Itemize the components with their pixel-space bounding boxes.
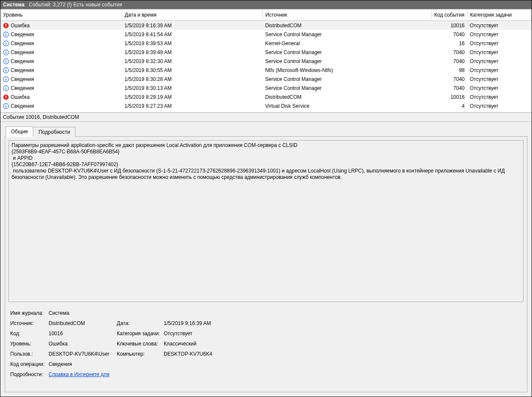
level-label: Сведения [11, 103, 34, 109]
table-row[interactable]: Сведения1/5/2019 8:30:55 AMNtfs (Microso… [0, 66, 532, 75]
cell-eventid: 10016 [431, 21, 467, 30]
cell-category: Отсутствует [467, 75, 532, 83]
level-label: Сведения [11, 58, 34, 64]
cell-datetime: 1/5/2019 8:30:28 AM [122, 75, 263, 83]
info-icon [3, 76, 9, 82]
cell-datetime: 1/5/2019 8:30:55 AM [122, 66, 263, 75]
svg-rect-29 [6, 105, 6, 107]
cell-category: Отсутствует [467, 66, 532, 75]
svg-rect-26 [6, 98, 6, 99]
cell-category: Отсутствует [467, 83, 532, 92]
cell-category: Отсутствует [467, 101, 532, 110]
cell-level: Сведения [0, 101, 122, 110]
table-row[interactable]: Сведения1/5/2019 8:30:13 AMService Contr… [0, 83, 532, 92]
col-header-category[interactable]: Категория задачи [467, 9, 532, 21]
cell-datetime: 1/5/2019 8:41:54 AM [122, 30, 263, 39]
cell-level: Сведения [0, 83, 122, 92]
cell-source: Service Control Manager [263, 30, 431, 39]
svg-rect-17 [6, 69, 6, 71]
lbl-logname: Имя журнала: [10, 310, 49, 316]
cell-level: Сведения [0, 30, 122, 39]
svg-rect-20 [6, 78, 6, 80]
tab-bar: Общие Подробности [0, 124, 532, 136]
help-link[interactable]: Справка в Интернете для [49, 371, 117, 377]
val-opcode: Сведения [49, 361, 117, 367]
tab-details[interactable]: Подробности [33, 127, 75, 137]
table-row[interactable]: Сведения1/5/2019 8:30:28 AMService Contr… [0, 75, 532, 83]
cell-datetime: 1/5/2019 8:29:19 AM [122, 92, 263, 101]
event-metadata: Имя журнала: Система Источник: Distribut… [5, 305, 527, 384]
val-computer: DESKTOP-KV7U6K4 [164, 351, 522, 357]
cell-level: Ошибка [0, 21, 122, 30]
cell-eventid: 7040 [431, 30, 467, 39]
lbl-source: Источник: [10, 320, 49, 326]
svg-rect-23 [6, 87, 6, 89]
col-header-datetime[interactable]: Дата и время [122, 9, 263, 21]
val-user: DESKTOP-KV7U6K4\User [49, 351, 117, 357]
table-row[interactable]: Ошибка1/5/2019 9:16:39 AMDistributedCOM1… [0, 21, 532, 30]
table-row[interactable]: Ошибка1/5/2019 8:29:19 AMDistributedCOM1… [0, 92, 532, 101]
event-table: Уровень Дата и время Источник Код событи… [0, 9, 532, 113]
svg-rect-16 [6, 69, 6, 69]
cell-source: Service Control Manager [263, 75, 431, 83]
table-row[interactable]: Сведения1/5/2019 8:39:53 AMKernel-Genera… [0, 39, 532, 48]
cell-source: DistributedCOM [263, 21, 431, 30]
cell-eventid: 4 [431, 101, 467, 110]
val-date: 1/5/2019 9:16:39 AM [164, 320, 522, 326]
log-title: Система [3, 2, 25, 8]
val-source: DistributedCOM [49, 320, 117, 326]
lbl-level: Уровень: [10, 341, 49, 347]
cell-category: Отсутствует [467, 57, 532, 66]
cell-category: Отсутствует [467, 48, 532, 57]
cell-source: Service Control Manager [263, 48, 431, 57]
tab-general[interactable]: Общие [6, 127, 33, 137]
event-description[interactable]: Параметры разрешений application-specifi… [9, 140, 523, 302]
lbl-computer: Компьютер: [117, 351, 164, 357]
svg-rect-8 [6, 43, 6, 44]
info-icon [3, 85, 9, 91]
table-row[interactable]: Сведения1/5/2019 8:32:30 AMService Contr… [0, 57, 532, 66]
info-icon [3, 67, 9, 73]
table-row[interactable]: Сведения1/5/2019 8:39:49 AMService Contr… [0, 48, 532, 57]
svg-rect-22 [6, 86, 6, 87]
cell-eventid: 7040 [431, 83, 467, 92]
event-viewer-window: Система Событий: 3,272 (!) Есть новые со… [0, 0, 532, 397]
level-label: Сведения [11, 32, 34, 37]
cell-level: Сведения [0, 48, 122, 57]
level-label: Ошибка [11, 94, 30, 100]
cell-datetime: 1/5/2019 8:39:53 AM [122, 39, 263, 48]
cell-datetime: 1/5/2019 9:16:39 AM [122, 21, 263, 30]
cell-source: Ntfs (Microsoft-Windows-Ntfs) [263, 66, 431, 75]
lbl-opcode: Код операции: [10, 361, 49, 367]
event-list[interactable]: Уровень Дата и время Источник Код событи… [0, 9, 532, 113]
svg-rect-4 [6, 33, 6, 34]
col-header-level[interactable]: Уровень [0, 9, 122, 21]
cell-level: Сведения [0, 75, 122, 83]
info-icon [3, 32, 9, 37]
cell-datetime: 1/5/2019 8:39:49 AM [122, 48, 263, 57]
table-row[interactable]: Сведения1/5/2019 8:27:23 AMVirtual Disk … [0, 101, 532, 110]
info-icon [3, 103, 9, 109]
titlebar: Система Событий: 3,272 (!) Есть новые со… [0, 0, 532, 9]
cell-eventid: 7040 [431, 48, 467, 57]
svg-rect-14 [6, 60, 6, 62]
lbl-user: Пользов.: [10, 351, 49, 357]
col-header-source[interactable]: Источник [263, 9, 431, 21]
svg-rect-11 [6, 52, 6, 53]
svg-rect-2 [6, 26, 6, 27]
svg-rect-25 [6, 95, 6, 98]
lbl-code: Код: [10, 331, 49, 337]
info-icon [3, 58, 9, 64]
col-header-eventid[interactable]: Код события [431, 9, 467, 21]
cell-level: Сведения [0, 39, 122, 48]
level-label: Сведения [11, 40, 34, 46]
cell-source: Service Control Manager [263, 83, 431, 92]
lbl-more: Подробности: [10, 371, 49, 377]
val-keywords: Классический [164, 341, 522, 347]
lbl-date: Дата: [117, 320, 164, 326]
cell-eventid: 7040 [431, 57, 467, 66]
table-row[interactable]: Сведения1/5/2019 8:41:54 AMService Contr… [0, 30, 532, 39]
cell-source: Kernel-General [263, 39, 431, 48]
cell-eventid: 98 [431, 66, 467, 75]
cell-level: Сведения [0, 66, 122, 75]
